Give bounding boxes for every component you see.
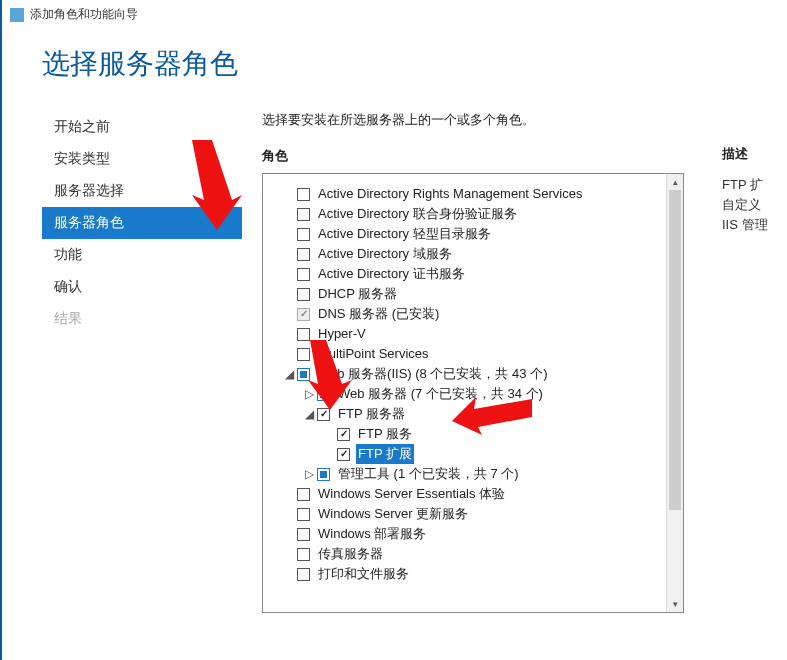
step-server-selection[interactable]: 服务器选择 bbox=[42, 175, 242, 207]
description-pane: 描述 FTP 扩 自定义 IIS 管理 bbox=[722, 145, 787, 235]
checkbox-hyperv[interactable] bbox=[297, 328, 310, 341]
scroll-down-button[interactable]: ▾ bbox=[667, 596, 683, 612]
checkbox-ftpext[interactable] bbox=[337, 448, 350, 461]
tree-item-multipoint[interactable]: MultiPoint Services bbox=[316, 344, 431, 364]
checkbox-adrms[interactable] bbox=[297, 188, 310, 201]
checkbox-fax[interactable] bbox=[297, 548, 310, 561]
step-features[interactable]: 功能 bbox=[42, 239, 242, 271]
checkbox-adlds[interactable] bbox=[297, 228, 310, 241]
checkbox-ftpservice[interactable] bbox=[337, 428, 350, 441]
tree-item-adrms[interactable]: Active Directory Rights Management Servi… bbox=[316, 184, 584, 204]
expander-mgmt[interactable]: ▷ bbox=[303, 464, 315, 484]
tree-item-wsus[interactable]: Windows Server 更新服务 bbox=[316, 504, 470, 524]
checkbox-adcs[interactable] bbox=[297, 268, 310, 281]
wizard-window: 添加角色和功能向导 选择服务器角色 开始之前 安装类型 服务器选择 服务器角色 … bbox=[0, 0, 787, 660]
checkbox-iis[interactable] bbox=[297, 368, 310, 381]
step-confirm[interactable]: 确认 bbox=[42, 271, 242, 303]
tree-item-adlds[interactable]: Active Directory 轻型目录服务 bbox=[316, 224, 493, 244]
instruction-text: 选择要安装在所选服务器上的一个或多个角色。 bbox=[262, 111, 787, 129]
checkbox-multipoint[interactable] bbox=[297, 348, 310, 361]
wizard-icon bbox=[10, 8, 24, 22]
tree-item-adds[interactable]: Active Directory 域服务 bbox=[316, 244, 454, 264]
tree-item-adfs[interactable]: Active Directory 联合身份验证服务 bbox=[316, 204, 519, 224]
step-list: 开始之前 安装类型 服务器选择 服务器角色 功能 确认 结果 bbox=[42, 111, 242, 613]
checkbox-adfs[interactable] bbox=[297, 208, 310, 221]
tree-item-wse[interactable]: Windows Server Essentials 体验 bbox=[316, 484, 507, 504]
checkbox-dhcp[interactable] bbox=[297, 288, 310, 301]
tree-item-ftpservice[interactable]: FTP 服务 bbox=[356, 424, 414, 444]
expander-ftpserver[interactable]: ◢ bbox=[303, 404, 315, 424]
tree-item-mgmt[interactable]: 管理工具 (1 个已安装，共 7 个) bbox=[336, 464, 521, 484]
description-label: 描述 bbox=[722, 145, 787, 163]
expander-iis[interactable]: ◢ bbox=[283, 364, 295, 384]
tree-item-dhcp[interactable]: DHCP 服务器 bbox=[316, 284, 399, 304]
step-before[interactable]: 开始之前 bbox=[42, 111, 242, 143]
page-title: 选择服务器角色 bbox=[2, 27, 787, 111]
step-server-roles[interactable]: 服务器角色 bbox=[42, 207, 242, 239]
checkbox-adds[interactable] bbox=[297, 248, 310, 261]
tree-scrollbar[interactable]: ▴ ▾ bbox=[666, 174, 683, 612]
step-install-type[interactable]: 安装类型 bbox=[42, 143, 242, 175]
checkbox-print[interactable] bbox=[297, 568, 310, 581]
checkbox-wds[interactable] bbox=[297, 528, 310, 541]
tree-item-ftpext[interactable]: FTP 扩展 bbox=[356, 444, 414, 464]
main-pane: 选择要安装在所选服务器上的一个或多个角色。 角色 Active Director… bbox=[242, 111, 787, 613]
tree-item-iis[interactable]: Web 服务器(IIS) (8 个已安装，共 43 个) bbox=[316, 364, 549, 384]
checkbox-wse[interactable] bbox=[297, 488, 310, 501]
scroll-thumb[interactable] bbox=[669, 190, 681, 510]
tree-item-fax[interactable]: 传真服务器 bbox=[316, 544, 385, 564]
roles-label: 角色 bbox=[262, 147, 787, 165]
window-title: 添加角色和功能向导 bbox=[30, 6, 138, 23]
checkbox-dns bbox=[297, 308, 310, 321]
expander-webserver[interactable]: ▷ bbox=[303, 384, 315, 404]
tree-item-adcs[interactable]: Active Directory 证书服务 bbox=[316, 264, 467, 284]
scroll-up-button[interactable]: ▴ bbox=[667, 174, 683, 190]
wizard-body: 开始之前 安装类型 服务器选择 服务器角色 功能 确认 结果 选择要安装在所选服… bbox=[2, 111, 787, 613]
checkbox-mgmt[interactable] bbox=[317, 468, 330, 481]
checkbox-ftpserver[interactable] bbox=[317, 408, 330, 421]
checkbox-webserver[interactable] bbox=[317, 388, 330, 401]
tree-item-dns[interactable]: DNS 服务器 (已安装) bbox=[316, 304, 441, 324]
tree-item-ftpserver[interactable]: FTP 服务器 bbox=[336, 404, 407, 424]
roles-tree: Active Directory Rights Management Servi… bbox=[262, 173, 684, 613]
tree-item-webserver[interactable]: Web 服务器 (7 个已安装，共 34 个) bbox=[336, 384, 545, 404]
checkbox-wsus[interactable] bbox=[297, 508, 310, 521]
tree-item-wds[interactable]: Windows 部署服务 bbox=[316, 524, 428, 544]
description-text: FTP 扩 自定义 IIS 管理 bbox=[722, 175, 787, 235]
step-results: 结果 bbox=[42, 303, 242, 335]
tree-item-hyperv[interactable]: Hyper-V bbox=[316, 324, 368, 344]
titlebar: 添加角色和功能向导 bbox=[2, 0, 787, 27]
tree-item-print[interactable]: 打印和文件服务 bbox=[316, 564, 411, 584]
